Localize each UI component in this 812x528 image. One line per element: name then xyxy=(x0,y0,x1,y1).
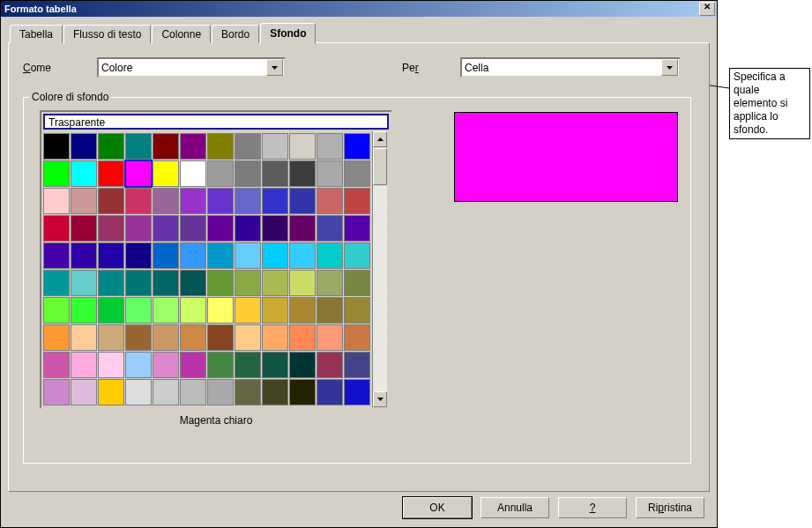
color-swatch[interactable] xyxy=(289,160,316,187)
color-swatch[interactable] xyxy=(235,242,261,269)
color-swatch[interactable] xyxy=(289,270,316,296)
color-swatch[interactable] xyxy=(317,215,343,242)
color-swatch[interactable] xyxy=(71,242,97,269)
color-swatch[interactable] xyxy=(289,297,316,323)
color-swatch[interactable] xyxy=(43,379,70,405)
tab-bordo[interactable]: Bordo xyxy=(212,25,259,43)
color-swatch[interactable] xyxy=(43,324,70,351)
color-swatch[interactable] xyxy=(289,379,316,405)
color-swatch[interactable] xyxy=(262,133,288,160)
reset-button[interactable]: Ripristina xyxy=(636,497,704,518)
color-swatch[interactable] xyxy=(317,133,343,160)
color-swatch[interactable] xyxy=(153,242,179,269)
color-swatch[interactable] xyxy=(71,297,97,323)
color-swatch[interactable] xyxy=(235,160,261,187)
color-swatch[interactable] xyxy=(71,215,97,242)
color-swatch[interactable] xyxy=(235,297,261,323)
color-swatch[interactable] xyxy=(180,324,206,351)
scroll-thumb[interactable] xyxy=(373,148,387,185)
chevron-down-icon[interactable] xyxy=(661,59,678,76)
color-swatch[interactable] xyxy=(235,270,261,296)
color-swatch[interactable] xyxy=(180,160,206,187)
color-swatch[interactable] xyxy=(71,352,97,378)
color-swatch[interactable] xyxy=(98,215,124,242)
color-swatch[interactable] xyxy=(235,379,261,405)
color-swatch[interactable] xyxy=(43,352,70,378)
color-swatch[interactable] xyxy=(180,188,206,214)
color-swatch[interactable] xyxy=(289,242,316,269)
color-swatch[interactable] xyxy=(180,215,206,242)
color-swatch[interactable] xyxy=(43,160,70,187)
color-swatch[interactable] xyxy=(235,133,261,160)
color-swatch[interactable] xyxy=(262,215,288,242)
color-swatch[interactable] xyxy=(71,160,97,187)
color-swatch[interactable] xyxy=(317,379,343,405)
color-swatch[interactable] xyxy=(262,352,288,378)
color-swatch[interactable] xyxy=(153,352,179,378)
color-swatch[interactable] xyxy=(125,160,152,187)
color-swatch[interactable] xyxy=(344,270,370,296)
color-swatch[interactable] xyxy=(43,297,70,323)
color-swatch[interactable] xyxy=(235,352,261,378)
color-swatch[interactable] xyxy=(43,188,70,214)
color-swatch[interactable] xyxy=(207,379,234,405)
palette-scrollbar[interactable] xyxy=(372,131,387,407)
color-swatch[interactable] xyxy=(98,324,124,351)
color-swatch[interactable] xyxy=(125,379,152,405)
color-swatch[interactable] xyxy=(125,188,152,214)
color-swatch[interactable] xyxy=(317,352,343,378)
color-swatch[interactable] xyxy=(180,133,206,160)
color-swatch[interactable] xyxy=(125,352,152,378)
color-swatch[interactable] xyxy=(153,188,179,214)
color-swatch[interactable] xyxy=(125,297,152,323)
color-swatch[interactable] xyxy=(344,297,370,323)
color-swatch[interactable] xyxy=(344,242,370,269)
color-swatch[interactable] xyxy=(262,270,288,296)
color-swatch[interactable] xyxy=(43,242,70,269)
color-swatch[interactable] xyxy=(344,188,370,214)
color-swatch[interactable] xyxy=(98,379,124,405)
color-swatch[interactable] xyxy=(98,160,124,187)
chevron-down-icon[interactable] xyxy=(266,59,283,76)
color-swatch[interactable] xyxy=(235,324,261,351)
color-swatch[interactable] xyxy=(180,242,206,269)
color-swatch[interactable] xyxy=(180,379,206,405)
color-swatch[interactable] xyxy=(71,324,97,351)
color-swatch[interactable] xyxy=(125,270,152,296)
color-swatch[interactable] xyxy=(317,324,343,351)
tab-tabella[interactable]: Tabella xyxy=(10,25,63,43)
color-swatch[interactable] xyxy=(125,242,152,269)
color-swatch[interactable] xyxy=(317,270,343,296)
color-swatch[interactable] xyxy=(262,379,288,405)
color-swatch[interactable] xyxy=(207,133,234,160)
color-swatch[interactable] xyxy=(289,188,316,214)
color-swatch[interactable] xyxy=(71,379,97,405)
transparent-option[interactable]: Trasparente xyxy=(43,114,389,130)
color-swatch[interactable] xyxy=(317,188,343,214)
color-swatch[interactable] xyxy=(344,160,370,187)
color-swatch[interactable] xyxy=(153,215,179,242)
color-swatch[interactable] xyxy=(153,324,179,351)
color-swatch[interactable] xyxy=(207,242,234,269)
color-swatch[interactable] xyxy=(98,352,124,378)
ok-button[interactable]: OK xyxy=(403,497,472,518)
color-swatch[interactable] xyxy=(262,188,288,214)
scroll-down-icon[interactable] xyxy=(373,391,387,407)
cancel-button[interactable]: Annulla xyxy=(480,497,549,518)
color-swatch[interactable] xyxy=(317,297,343,323)
color-swatch[interactable] xyxy=(344,215,370,242)
color-swatch[interactable] xyxy=(289,352,316,378)
color-swatch[interactable] xyxy=(98,297,124,323)
color-swatch[interactable] xyxy=(153,379,179,405)
color-swatch[interactable] xyxy=(317,160,343,187)
color-swatch[interactable] xyxy=(98,188,124,214)
color-swatch[interactable] xyxy=(43,215,70,242)
color-swatch[interactable] xyxy=(125,324,152,351)
color-swatch[interactable] xyxy=(43,133,70,160)
color-swatch[interactable] xyxy=(289,215,316,242)
tab-sfondo[interactable]: Sfondo xyxy=(260,23,316,44)
color-swatch[interactable] xyxy=(98,133,124,160)
color-swatch[interactable] xyxy=(71,188,97,214)
close-icon[interactable]: ✕ xyxy=(699,2,715,16)
color-swatch[interactable] xyxy=(344,352,370,378)
